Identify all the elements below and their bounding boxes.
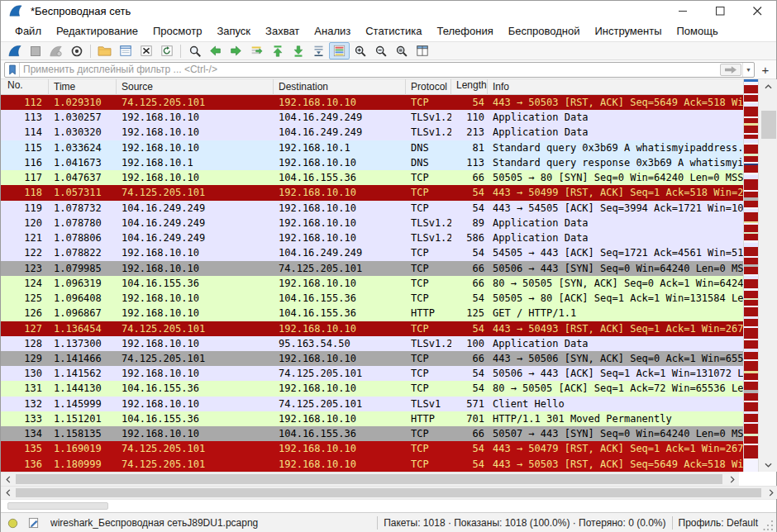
- packet-row[interactable]: 1241.096319104.16.155.36192.168.10.10TCP…: [1, 276, 743, 291]
- auto-scroll-button[interactable]: [308, 42, 329, 59]
- menu-telephony[interactable]: Телефония: [429, 22, 500, 40]
- scroll-up-button[interactable]: [759, 79, 777, 93]
- packet-row[interactable]: 1171.047637192.168.10.10104.16.155.36TCP…: [1, 170, 743, 185]
- menu-view[interactable]: Просмотр: [145, 22, 209, 40]
- packet-row[interactable]: 1291.14146674.125.205.101192.168.10.10TC…: [1, 351, 743, 366]
- go-forward-button[interactable]: [226, 42, 246, 59]
- packet-row[interactable]: 1281.137300192.168.10.1095.163.54.50TLSv…: [1, 336, 743, 351]
- zoom-reset-button[interactable]: [391, 42, 412, 59]
- menu-analyze[interactable]: Анализ: [307, 22, 358, 40]
- capture-options-icon: [70, 45, 83, 58]
- pane-resize-handle[interactable]: [7, 502, 108, 510]
- cell-proto: TCP: [406, 291, 451, 306]
- start-capture-button[interactable]: [4, 42, 25, 59]
- header-info[interactable]: Info: [488, 79, 743, 95]
- restart-capture-button[interactable]: [45, 42, 66, 59]
- go-last-button[interactable]: [288, 42, 308, 59]
- menu-edit[interactable]: Редактирование: [49, 22, 145, 40]
- packet-row[interactable]: 1141.030320192.168.10.10104.16.249.249TL…: [1, 125, 743, 140]
- packet-row[interactable]: 1251.096408192.168.10.10104.16.155.36TCP…: [1, 291, 743, 306]
- capture-comment-button[interactable]: [28, 517, 39, 529]
- scroll-down-button[interactable]: [759, 458, 777, 472]
- menu-tools[interactable]: Инструменты: [587, 22, 669, 40]
- filter-dropdown-button[interactable]: ▼: [742, 63, 754, 77]
- vertical-scroll-thumb[interactable]: [761, 111, 776, 139]
- header-source[interactable]: Source: [117, 79, 274, 95]
- packet-row[interactable]: 1161.041673192.168.10.1192.168.10.10DNS1…: [1, 155, 743, 170]
- minimap-stripe: [744, 373, 758, 380]
- find-packet-icon: [188, 45, 202, 58]
- find-packet-button[interactable]: [184, 42, 205, 59]
- scroll-right-button[interactable]: [725, 473, 739, 486]
- profile-label[interactable]: Профиль: Default: [679, 517, 759, 529]
- packet-row[interactable]: 1211.078806104.16.249.249192.168.10.10TL…: [1, 230, 743, 245]
- colorize-packets-button[interactable]: [329, 42, 350, 59]
- apply-filter-button[interactable]: [720, 64, 741, 76]
- close-button[interactable]: [739, 1, 776, 21]
- go-first-button[interactable]: [267, 42, 288, 59]
- menu-help[interactable]: Помощь: [670, 22, 726, 40]
- menu-wireless[interactable]: Беспроводной: [501, 22, 588, 40]
- filter-bookmark-button[interactable]: [5, 63, 20, 77]
- packet-row[interactable]: 1361.18099974.125.205.101192.168.10.10TC…: [1, 457, 743, 472]
- packet-row[interactable]: 1201.078780104.16.249.249192.168.10.10TL…: [1, 216, 743, 230]
- horizontal-scrollbar-list[interactable]: [1, 472, 739, 486]
- add-filter-button[interactable]: +: [758, 62, 773, 78]
- menu-file[interactable]: Файл: [7, 22, 49, 40]
- go-back-button[interactable]: [205, 42, 226, 59]
- packet-row[interactable]: 1331.151201104.16.155.36192.168.10.10HTT…: [1, 411, 743, 426]
- zoom-out-button[interactable]: [370, 42, 391, 59]
- scroll-right-button[interactable]: [764, 487, 777, 499]
- menu-go[interactable]: Запуск: [209, 22, 258, 40]
- packet-row[interactable]: 1181.05731174.125.205.101192.168.10.10TC…: [1, 185, 743, 200]
- go-to-packet-button[interactable]: [246, 42, 267, 59]
- packet-row[interactable]: 1221.078822192.168.10.10104.16.249.249TC…: [1, 245, 743, 260]
- header-no[interactable]: No.: [1, 79, 49, 95]
- packet-row[interactable]: 1311.144130104.16.155.36192.168.10.10TCP…: [1, 381, 743, 396]
- close-file-button[interactable]: [136, 42, 156, 59]
- minimize-button[interactable]: [665, 1, 702, 21]
- reload-file-button[interactable]: [156, 42, 177, 59]
- packet-row[interactable]: 1151.033624192.168.10.10192.168.10.1DNS8…: [1, 140, 743, 155]
- capture-options-button[interactable]: [66, 42, 87, 59]
- horizontal-scroll-thumb[interactable]: [16, 474, 722, 484]
- cell-src: 192.168.10.10: [117, 245, 274, 260]
- capture-file-name[interactable]: wireshark_Беспроводная сетьJ89DU1.pcapng: [50, 517, 371, 529]
- packet-row[interactable]: 1351.16901974.125.205.101192.168.10.10TC…: [1, 441, 743, 456]
- vertical-scrollbar[interactable]: [758, 79, 777, 472]
- expert-info-button[interactable]: [7, 518, 18, 529]
- scroll-left-button[interactable]: [1, 487, 15, 499]
- menu-statistics[interactable]: Статистика: [358, 22, 429, 40]
- packet-minimap-scrollbar[interactable]: [743, 79, 758, 472]
- horizontal-scroll-thumb[interactable]: [16, 488, 761, 497]
- save-file-button[interactable]: [115, 42, 136, 59]
- cell-info: Standard query response 0x3b69 A whatism…: [488, 155, 743, 170]
- horizontal-scrollbar-secondary[interactable]: [1, 486, 777, 499]
- packet-row[interactable]: 1301.141562192.168.10.1074.125.205.101TC…: [1, 366, 743, 381]
- open-file-button[interactable]: [94, 42, 115, 59]
- stop-capture-button[interactable]: [25, 42, 45, 59]
- resize-grip-icon[interactable]: [763, 515, 775, 531]
- packet-row[interactable]: 1231.079985192.168.10.1074.125.205.101TC…: [1, 261, 743, 276]
- header-length[interactable]: Length: [451, 79, 488, 95]
- display-filter-input[interactable]: [20, 64, 720, 76]
- resize-columns-button[interactable]: [412, 42, 432, 59]
- header-destination[interactable]: Destination: [274, 79, 406, 95]
- packet-row[interactable]: 1131.030257192.168.10.10104.16.249.249TL…: [1, 110, 743, 125]
- minimap-stripe: [744, 192, 758, 197]
- packet-row[interactable]: 1271.13645474.125.205.101192.168.10.10TC…: [1, 321, 743, 336]
- packet-row[interactable]: 1341.158135192.168.10.10104.16.155.36TCP…: [1, 426, 743, 441]
- packet-row[interactable]: 1121.02931074.125.205.101192.168.10.10TC…: [1, 95, 743, 110]
- cell-info: 443 → 50493 [RST, ACK] Seq=1 Ack=1 Win=2…: [488, 321, 743, 336]
- header-time[interactable]: Time: [49, 79, 117, 95]
- packet-row[interactable]: 1261.096867192.168.10.10104.16.155.36HTT…: [1, 306, 743, 321]
- header-protocol[interactable]: Protocol: [406, 79, 451, 95]
- zoom-in-button[interactable]: [350, 42, 370, 59]
- packet-row[interactable]: 1321.145999192.168.10.1074.125.205.101TL…: [1, 397, 743, 411]
- cell-no: 131: [1, 381, 49, 396]
- maximize-button[interactable]: [702, 1, 739, 21]
- scroll-left-button[interactable]: [1, 473, 15, 486]
- menu-capture[interactable]: Захват: [258, 22, 307, 40]
- packet-row[interactable]: 1191.078732104.16.249.249192.168.10.10TC…: [1, 201, 743, 216]
- cell-info: 50506 → 443 [SYN] Seq=0 Win=64240 Len=0 …: [488, 261, 743, 276]
